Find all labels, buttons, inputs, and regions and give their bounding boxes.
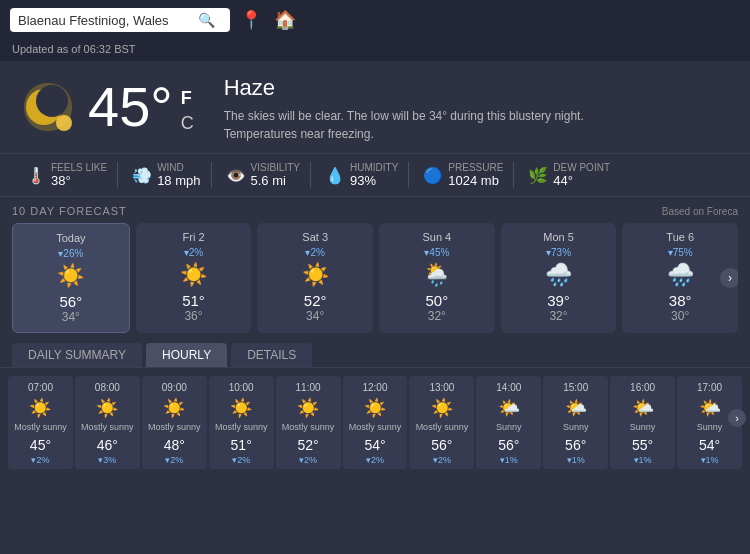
day-icon: 🌦️ [385,262,489,288]
wind-label: WIND [157,162,200,173]
unit-c[interactable]: C [181,111,194,136]
visibility-value: 5.6 mi [251,173,300,188]
day-label: Tue 6 [628,231,732,243]
hour-temp: 54° [345,437,406,453]
forecast-section: 10 DAY FORECAST Based on Foreca Today ▾2… [0,197,750,337]
forecast-day-item[interactable]: Fri 2 ▾2% ☀️ 51° 36° [136,223,252,333]
hourly-next-arrow[interactable]: › [728,409,746,427]
humidity-icon: 💧 [325,166,345,185]
hour-item: 14:00 🌤️ Sunny 56° ▾1% [476,376,541,469]
location-icon[interactable]: 📍 [240,9,262,31]
updated-bar: Updated as of 06:32 BST [0,40,750,61]
pressure-icon: 🔵 [423,166,443,185]
hour-desc: Sunny [612,422,673,433]
forecast-note: Based on Foreca [662,206,738,217]
tabs-row: DAILY SUMMARYHOURLYDETAILS [0,337,750,368]
hour-precip: ▾1% [545,455,606,465]
hour-item: 09:00 ☀️ Mostly sunny 48° ▾2% [142,376,207,469]
wind-stat: 💨 WIND 18 mph [122,162,211,188]
hour-icon: 🌤️ [545,397,606,419]
feels-like-value: 38° [51,173,107,188]
home-icon[interactable]: 🏠 [274,9,296,31]
day-precip: ▾75% [628,247,732,258]
search-bar[interactable]: 🔍 [10,8,230,32]
updated-text: Updated as of 06:32 BST [12,43,136,55]
day-low: 36° [142,309,246,323]
hour-item: 12:00 ☀️ Mostly sunny 54° ▾2% [343,376,408,469]
weather-icon-temp: 45° F C [16,75,194,139]
hour-desc: Mostly sunny [77,422,138,433]
visibility-text: VISIBILITY 5.6 mi [251,162,300,188]
day-low: 32° [507,309,611,323]
day-precip: ▾45% [385,247,489,258]
hour-time: 17:00 [679,382,740,393]
hour-time: 13:00 [411,382,472,393]
hour-precip: ▾2% [411,455,472,465]
pressure-text: PRESSURE 1024 mb [448,162,503,188]
hour-time: 11:00 [278,382,339,393]
day-high: 39° [507,292,611,309]
day-label: Fri 2 [142,231,246,243]
forecast-day-item[interactable]: Sat 3 ▾2% ☀️ 52° 34° [257,223,373,333]
tab-daily-summary[interactable]: DAILY SUMMARY [12,343,142,367]
temp-units[interactable]: F C [181,86,194,136]
tab-details[interactable]: DETAILS [231,343,312,367]
day-label: Today [19,232,123,244]
weather-condition-icon [16,75,80,139]
forecast-day-item[interactable]: Sun 4 ▾45% 🌦️ 50° 32° [379,223,495,333]
thermometer-icon: 🌡️ [26,166,46,185]
hour-temp: 45° [10,437,71,453]
forecast-day-item[interactable]: Today ▾26% ☀️ 56° 34° [12,223,130,333]
wind-text: WIND 18 mph [157,162,200,188]
hour-icon: 🌤️ [478,397,539,419]
day-icon: ☀️ [19,263,123,289]
forecast-day-item[interactable]: Mon 5 ▾73% 🌧️ 39° 32° [501,223,617,333]
hour-precip: ▾1% [679,455,740,465]
humidity-stat: 💧 HUMIDITY 93% [315,162,409,188]
hour-time: 16:00 [612,382,673,393]
header: 🔍 📍 🏠 [0,0,750,40]
hour-precip: ▾1% [612,455,673,465]
unit-f[interactable]: F [181,86,194,111]
day-low: 34° [263,309,367,323]
visibility-label: VISIBILITY [251,162,300,173]
search-icon[interactable]: 🔍 [198,12,215,28]
hour-time: 10:00 [211,382,272,393]
feels-like-label: FEELS LIKE [51,162,107,173]
hour-temp: 51° [211,437,272,453]
hour-temp: 56° [411,437,472,453]
hour-icon: ☀️ [10,397,71,419]
hour-item: 08:00 ☀️ Mostly sunny 46° ▾3% [75,376,140,469]
hour-precip: ▾2% [10,455,71,465]
weather-description: Haze The skies will be clear. The low wi… [214,75,734,143]
hour-item: 10:00 ☀️ Mostly sunny 51° ▾2% [209,376,274,469]
hour-icon: ☀️ [345,397,406,419]
tab-hourly[interactable]: HOURLY [146,343,227,367]
condition-desc: The skies will be clear. The low will be… [224,107,644,143]
day-label: Sat 3 [263,231,367,243]
dew-point-value: 44° [553,173,610,188]
forecast-header: 10 DAY FORECAST Based on Foreca [12,205,738,217]
hour-icon: ☀️ [411,397,472,419]
search-input[interactable] [18,13,198,28]
day-icon: ☀️ [263,262,367,288]
hour-icon: ☀️ [77,397,138,419]
pressure-stat: 🔵 PRESSURE 1024 mb [413,162,514,188]
forecast-next-arrow[interactable]: › [720,268,738,288]
svg-point-2 [56,115,72,131]
hour-desc: Sunny [545,422,606,433]
hour-desc: Mostly sunny [144,422,205,433]
hour-temp: 48° [144,437,205,453]
hour-temp: 52° [278,437,339,453]
hour-item: 16:00 🌤️ Sunny 55° ▾1% [610,376,675,469]
forecast-days: Today ▾26% ☀️ 56° 34° Fri 2 ▾2% ☀️ 51° 3… [12,223,738,333]
hour-item: 07:00 ☀️ Mostly sunny 45° ▾2% [8,376,73,469]
hour-temp: 56° [478,437,539,453]
pressure-label: PRESSURE [448,162,503,173]
hour-temp: 46° [77,437,138,453]
svg-point-1 [36,85,68,117]
day-high: 56° [19,293,123,310]
hour-desc: Mostly sunny [211,422,272,433]
feels-like-text: FEELS LIKE 38° [51,162,107,188]
humidity-text: HUMIDITY 93% [350,162,398,188]
